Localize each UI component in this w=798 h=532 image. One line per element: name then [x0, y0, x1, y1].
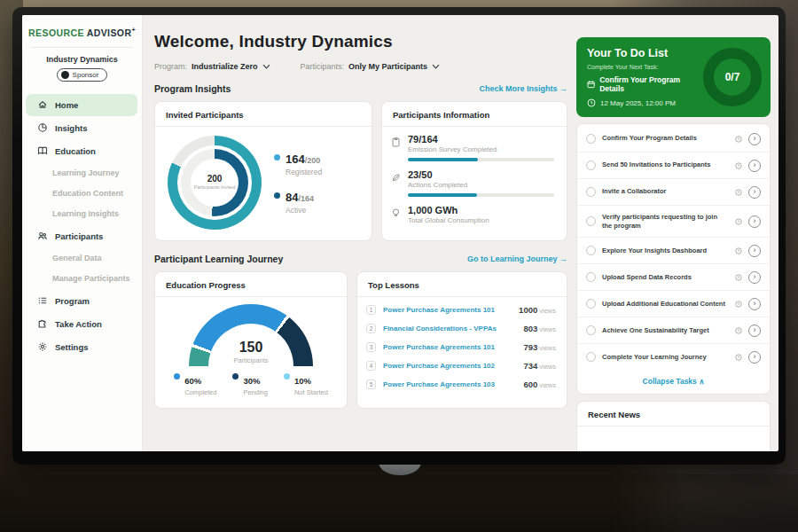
donut-center-value: 200 — [207, 174, 223, 184]
monitor-bezel: RESOURCE ADVISOR+ Industry Dynamics Spon… — [12, 7, 786, 465]
task-go-button[interactable]: › — [748, 215, 761, 228]
top-lessons-card: Top Lessons 1 Power Purchase Agreements … — [356, 271, 567, 409]
task-row[interactable]: Send 50 Invitations to Participants › — [577, 153, 770, 179]
sidebar-item-participants[interactable]: Participants — [26, 225, 137, 247]
legend-label: Not Started — [294, 388, 328, 396]
education-legend: 60% Completed 30% Pending 10% Not Starte… — [174, 372, 328, 396]
sidebar-item-home[interactable]: Home — [26, 94, 137, 116]
task-go-button[interactable]: › — [748, 186, 761, 199]
task-row[interactable]: Explore Your Insights Dashboard › — [577, 238, 770, 264]
lesson-link[interactable]: Financial Considerations - VPPAs — [383, 325, 516, 332]
task-go-button[interactable]: › — [748, 351, 761, 364]
check-more-insights-link[interactable]: Check More Insights → — [479, 84, 567, 93]
sidebar-item-settings[interactable]: Settings — [26, 336, 137, 358]
sidebar-item-label: Settings — [55, 342, 88, 352]
todo-subtitle: Complete Your Next Task: — [587, 64, 698, 70]
task-go-button[interactable]: › — [748, 271, 761, 284]
emission-survey-row: 79/164 Emission Survey Completed — [391, 134, 554, 161]
sidebar-item-education[interactable]: Education — [26, 140, 137, 162]
page-title: Welcome, Industry Dynamics — [154, 32, 567, 51]
checkbox[interactable] — [586, 134, 596, 144]
task-row[interactable]: Achieve One Sustainability Target › — [577, 317, 770, 344]
task-row[interactable]: Upload Additional Educational Content › — [577, 291, 770, 317]
legend-dot — [274, 154, 280, 160]
education-gauge-chart: 150 Participants — [189, 304, 313, 366]
lesson-rank: 4 — [366, 361, 376, 371]
checkbox[interactable] — [586, 216, 596, 226]
progress-fill — [408, 193, 477, 197]
legend-dot — [284, 373, 290, 379]
sidebar-item-education-content[interactable]: Education Content — [22, 184, 142, 204]
sidebar-item-manage-participants[interactable]: Manage Participants — [22, 269, 142, 289]
legend-label: Active — [286, 206, 314, 215]
task-go-button[interactable]: › — [748, 133, 761, 145]
legend-total: /164 — [298, 194, 314, 203]
legend-total: /200 — [305, 156, 321, 165]
checkbox[interactable] — [586, 187, 596, 197]
checkbox[interactable] — [586, 299, 596, 309]
journey-cards-row: Education Progress 150 Participants 60% — [154, 271, 567, 409]
task-label: Explore Your Insights Dashboard — [602, 246, 729, 255]
sidebar-item-learning-insights[interactable]: Learning Insights — [22, 204, 142, 224]
sidebar-item-insights[interactable]: Insights — [26, 117, 137, 139]
task-row[interactable]: Complete Your Learning Journey › — [577, 344, 770, 370]
task-go-button[interactable]: › — [748, 160, 761, 172]
chevron-down-icon — [432, 64, 440, 69]
lesson-link[interactable]: Power Purchase Agreements 101 — [383, 343, 516, 351]
clock-icon — [735, 247, 742, 254]
task-row[interactable]: Upload Spend Data Records › — [577, 264, 770, 291]
task-go-button[interactable]: › — [748, 325, 761, 337]
sidebar-item-learning-journey[interactable]: Learning Journey — [22, 163, 142, 184]
lesson-rank: 2 — [366, 324, 376, 333]
program-filter-value: Industrialize Zero — [192, 62, 258, 71]
arrow-right-icon: → — [559, 84, 567, 93]
views-suffix: views — [539, 381, 556, 389]
sidebar-item-program[interactable]: Program — [26, 290, 137, 312]
book-icon — [37, 145, 48, 156]
sidebar-item-general-data[interactable]: General Data — [22, 248, 142, 269]
views-count: 803 — [523, 324, 537, 333]
task-row[interactable]: Confirm Your Program Details › — [577, 126, 770, 153]
legend-pct: 10% — [294, 376, 311, 386]
clock-icon — [587, 98, 596, 107]
program-filter[interactable]: Program: Industrialize Zero — [154, 62, 270, 71]
participants-filter[interactable]: Participants: Only My Participants — [301, 62, 441, 71]
legend-dot — [274, 192, 280, 199]
progress-fill — [408, 158, 478, 161]
metric-label: Emission Survey Completed — [408, 145, 554, 153]
lesson-rank: 5 — [366, 379, 376, 389]
task-row[interactable]: Invite a Collaborator › — [577, 179, 770, 206]
lesson-row: 3 Power Purchase Agreements 101 793views — [357, 338, 567, 356]
todo-progress-ring: 0/7 — [703, 48, 762, 106]
task-go-button[interactable]: › — [748, 245, 761, 257]
sponsor-badge[interactable]: Sponsor — [57, 68, 108, 82]
lesson-link[interactable]: Power Purchase Agreements 102 — [383, 362, 516, 370]
background-desk — [0, 474, 798, 532]
org-name: Industry Dynamics — [22, 55, 142, 64]
collapse-tasks-link[interactable]: Collapse Tasks ∧ — [577, 370, 770, 392]
views-suffix: views — [539, 307, 556, 315]
sidebar-item-label: Take Action — [55, 319, 102, 329]
lesson-link[interactable]: Power Purchase Agreements 101 — [383, 306, 512, 314]
task-row[interactable]: Verify participants requesting to join t… — [577, 206, 770, 238]
checkbox[interactable] — [586, 352, 596, 362]
sidebar-item-take-action[interactable]: Take Action — [26, 313, 137, 335]
checkbox[interactable] — [586, 246, 596, 255]
checkbox[interactable] — [586, 160, 596, 170]
go-to-learning-journey-link[interactable]: Go to Learning Journey → — [467, 254, 567, 263]
checkbox[interactable] — [586, 272, 596, 282]
dashboard-screen: RESOURCE ADVISOR+ Industry Dynamics Spon… — [22, 15, 778, 451]
invited-participants-card: Invited Participants 200 Participants In… — [154, 101, 372, 241]
todo-progress-count: 0/7 — [725, 71, 740, 83]
sidebar-item-label: Home — [55, 100, 78, 110]
sponsor-label: Sponsor — [73, 71, 99, 79]
leaf-icon — [391, 172, 401, 183]
clock-icon — [735, 162, 742, 169]
task-go-button[interactable]: › — [748, 298, 761, 310]
chevron-down-icon — [262, 64, 270, 69]
lesson-link[interactable]: Power Purchase Agreements 103 — [383, 380, 516, 388]
views-suffix: views — [539, 344, 556, 352]
clipboard-icon — [391, 137, 401, 147]
card-title: Top Lessons — [357, 272, 567, 297]
checkbox[interactable] — [586, 325, 596, 335]
